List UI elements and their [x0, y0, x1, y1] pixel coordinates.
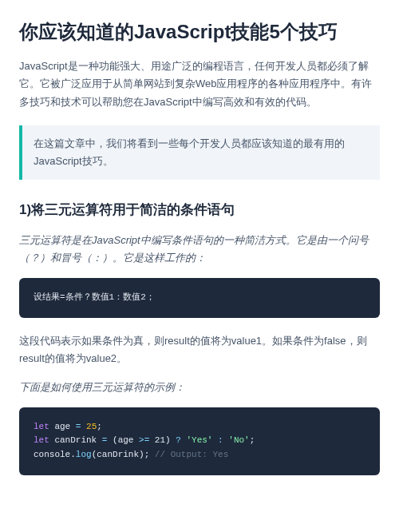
- code-1-text: 设结果=条件？数值1：数值2；: [34, 292, 155, 302]
- code-token: age: [49, 422, 76, 431]
- code-token: 25: [86, 422, 97, 431]
- code-token: :: [212, 435, 228, 445]
- code-token: >=: [139, 435, 149, 445]
- code-token: 'Yes': [186, 435, 212, 445]
- section-1-lead: 三元运算符是在JavaScript中编写条件语句的一种简洁方式。它是由一个问号（…: [19, 232, 380, 267]
- code-token: =: [102, 435, 113, 445]
- callout-text: 在这篇文章中，我们将看到一些每个开发人员都应该知道的最有用的JavaScript…: [34, 137, 345, 167]
- code-token: (age: [113, 435, 139, 445]
- code-block-1: 设结果=条件？数值1：数值2；: [19, 278, 380, 318]
- code-token: 21): [149, 435, 176, 445]
- article-title: 你应该知道的JavaScript技能5个技巧: [19, 19, 380, 45]
- code-token: let: [34, 435, 49, 445]
- code-token: // Output: Yes: [155, 450, 228, 459]
- code-token: console: [34, 450, 70, 459]
- section-1-example-lead: 下面是如何使用三元运算符的示例：: [19, 379, 380, 396]
- code-token: =: [76, 422, 86, 431]
- intro-paragraph: JavaScript是一种功能强大、用途广泛的编程语言，任何开发人员都必须了解它…: [19, 58, 380, 110]
- code-token: let: [34, 422, 49, 431]
- code-token: 'No': [228, 435, 249, 445]
- code-token: canDrink: [49, 435, 102, 445]
- section-1-explain: 这段代码表示如果条件为真，则result的值将为value1。如果条件为fals…: [19, 332, 380, 367]
- code-token: ?: [176, 435, 186, 445]
- code-token: log: [76, 450, 92, 459]
- callout-block: 在这篇文章中，我们将看到一些每个开发人员都应该知道的最有用的JavaScript…: [19, 125, 380, 180]
- section-1-heading: 1)将三元运算符用于简洁的条件语句: [19, 199, 380, 222]
- code-token: ;: [250, 435, 255, 445]
- code-token: .: [70, 450, 76, 459]
- code-block-2: let age = 25; let canDrink = (age >= 21)…: [19, 407, 380, 475]
- code-token: (canDrink);: [92, 450, 155, 459]
- code-token: ;: [97, 422, 102, 431]
